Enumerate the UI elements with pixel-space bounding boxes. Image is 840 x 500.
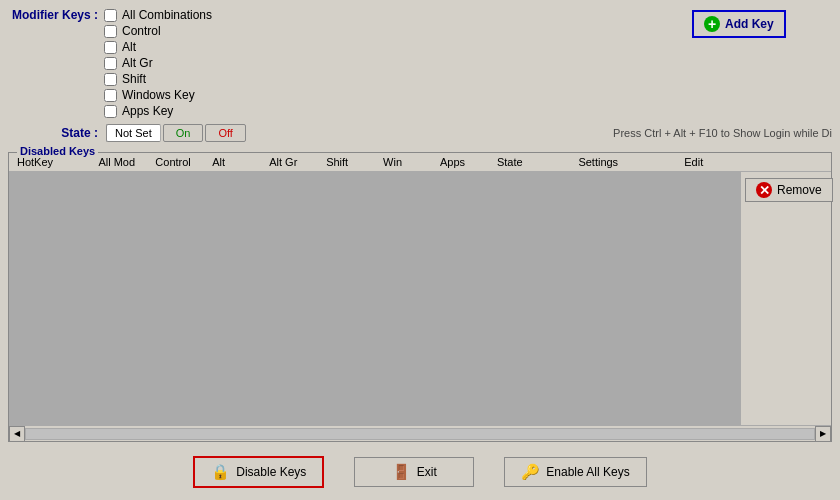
exit-button[interactable]: 🚪 Exit	[354, 457, 474, 487]
th-apps: Apps	[436, 155, 493, 169]
checkbox-shift[interactable]: Shift	[104, 72, 146, 86]
add-key-button[interactable]: + Add Key	[692, 10, 786, 38]
state-off-button[interactable]: Off	[205, 124, 245, 142]
remove-button[interactable]: ✕ Remove	[745, 178, 833, 202]
disabled-keys-title: Disabled Keys	[17, 145, 98, 157]
label-apps: Apps Key	[122, 104, 173, 118]
scroll-right-button[interactable]: ▶	[815, 426, 831, 442]
checkbox-control-input[interactable]	[104, 25, 117, 38]
enable-all-keys-label: Enable All Keys	[546, 465, 629, 479]
modifier-row-shift: Shift	[8, 72, 684, 86]
label-alt: Alt	[122, 40, 136, 54]
checkbox-shift-input[interactable]	[104, 73, 117, 86]
table-header: HotKey All Mod Control Alt Alt Gr Shift …	[9, 153, 831, 172]
th-control: Control	[151, 155, 208, 169]
remove-icon: ✕	[756, 182, 772, 198]
checkbox-apps[interactable]: Apps Key	[104, 104, 173, 118]
horizontal-scrollbar[interactable]: ◀ ▶	[9, 425, 831, 441]
add-icon: +	[704, 16, 720, 32]
checkbox-alt[interactable]: Alt	[104, 40, 136, 54]
checkbox-altgr-input[interactable]	[104, 57, 117, 70]
disabled-keys-section: Disabled Keys HotKey All Mod Control Alt…	[8, 152, 832, 444]
th-hotkey: HotKey	[13, 155, 94, 169]
scroll-left-button[interactable]: ◀	[9, 426, 25, 442]
right-top-area: + Add Key	[692, 8, 832, 118]
enable-lock-icon: 🔑	[521, 463, 540, 481]
checkbox-windows-input[interactable]	[104, 89, 117, 102]
th-allmod: All Mod	[94, 155, 151, 169]
disable-lock-icon: 🔒	[211, 463, 230, 481]
disable-keys-label: Disable Keys	[236, 465, 306, 479]
state-on-button[interactable]: On	[163, 124, 204, 142]
modifier-keys-area: Modifier Keys : All Combinations Control…	[8, 8, 684, 118]
enable-all-keys-button[interactable]: 🔑 Enable All Keys	[504, 457, 646, 487]
add-key-label: Add Key	[725, 17, 774, 31]
checkbox-all-combinations-input[interactable]	[104, 9, 117, 22]
disable-keys-button[interactable]: 🔒 Disable Keys	[193, 456, 324, 488]
checkbox-control[interactable]: Control	[104, 24, 161, 38]
th-alt: Alt	[208, 155, 265, 169]
state-not-set-button[interactable]: Not Set	[106, 124, 161, 142]
modifier-row-apps: Apps Key	[8, 104, 684, 118]
modifier-keys-row: Modifier Keys : All Combinations	[8, 8, 684, 22]
th-altgr: Alt Gr	[265, 155, 322, 169]
th-win: Win	[379, 155, 436, 169]
label-altgr: Alt Gr	[122, 56, 153, 70]
th-shift: Shift	[322, 155, 379, 169]
th-settings: Settings	[574, 155, 680, 169]
top-section: Modifier Keys : All Combinations Control…	[8, 8, 832, 118]
scroll-track[interactable]	[25, 428, 815, 440]
checkbox-altgr[interactable]: Alt Gr	[104, 56, 153, 70]
modifier-row-altgr: Alt Gr	[8, 56, 684, 70]
checkbox-alt-input[interactable]	[104, 41, 117, 54]
checkbox-windows[interactable]: Windows Key	[104, 88, 195, 102]
label-all-combinations: All Combinations	[122, 8, 212, 22]
state-buttons: Not Set On Off	[106, 124, 246, 142]
exit-label: Exit	[417, 465, 437, 479]
th-state: State	[493, 155, 574, 169]
modifier-keys-label: Modifier Keys :	[8, 8, 98, 22]
label-shift: Shift	[122, 72, 146, 86]
label-control: Control	[122, 24, 161, 38]
remove-label: Remove	[777, 183, 822, 197]
state-row: State : Not Set On Off Press Ctrl + Alt …	[8, 124, 832, 142]
state-label: State :	[8, 126, 98, 140]
checkbox-all-combinations[interactable]: All Combinations	[104, 8, 212, 22]
exit-icon: 🚪	[392, 463, 411, 481]
hint-text: Press Ctrl + Alt + F10 to Show Login whi…	[254, 127, 832, 139]
th-empty	[747, 155, 827, 169]
modifier-row-windows: Windows Key	[8, 88, 684, 102]
table-body-row: ✕ Remove	[9, 172, 831, 425]
modifier-row-control: Control	[8, 24, 684, 38]
main-container: Modifier Keys : All Combinations Control…	[0, 0, 840, 500]
table-body	[9, 172, 741, 425]
modifier-row-alt: Alt	[8, 40, 684, 54]
th-edit: Edit	[680, 155, 747, 169]
bottom-buttons: 🔒 Disable Keys 🚪 Exit 🔑 Enable All Keys	[8, 450, 832, 492]
checkbox-apps-input[interactable]	[104, 105, 117, 118]
label-windows: Windows Key	[122, 88, 195, 102]
remove-area: ✕ Remove	[741, 172, 831, 425]
disabled-keys-outer: Disabled Keys HotKey All Mod Control Alt…	[8, 152, 832, 442]
